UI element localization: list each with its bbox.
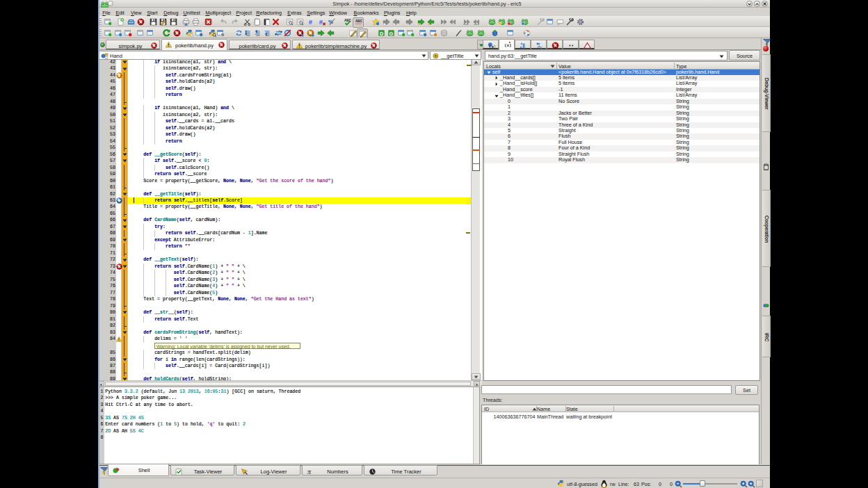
- svg-text:G: G: [389, 31, 393, 37]
- svg-text:(x): (x): [488, 44, 495, 49]
- svg-text:#: #: [319, 18, 323, 26]
- svg-text:π: π: [307, 468, 312, 475]
- svg-text:ABC: ABC: [355, 19, 362, 23]
- svg-text:#: #: [308, 18, 312, 26]
- svg-text:(x): (x): [504, 43, 511, 48]
- svg-text:D: D: [379, 31, 383, 37]
